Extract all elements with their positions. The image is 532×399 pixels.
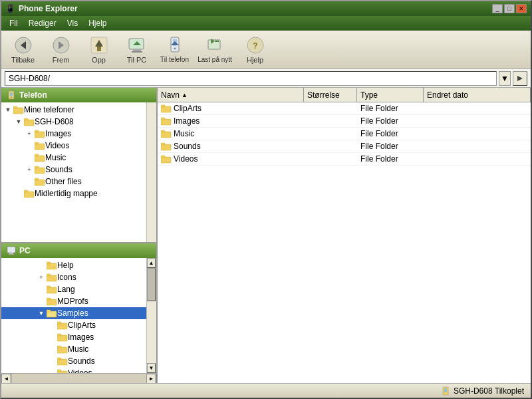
- svg-rect-37: [24, 192, 34, 198]
- menu-rediger[interactable]: Rediger: [23, 17, 62, 29]
- label-mdprofs: MDProfs: [57, 297, 88, 306]
- col-header-modified[interactable]: Endret dato: [424, 88, 531, 102]
- expand-sounds[interactable]: +: [24, 164, 35, 175]
- help-button[interactable]: ? Hjelp: [237, 33, 273, 66]
- file-folder-icon-images: [161, 116, 172, 126]
- scrollbar-up-arrow[interactable]: ▲: [147, 258, 156, 268]
- tree-item-sounds[interactable]: + Sounds: [1, 164, 146, 176]
- file-size-images: [304, 120, 357, 122]
- tree-item-mdprofs[interactable]: · MDProfs: [1, 295, 146, 307]
- expand-images[interactable]: +: [24, 128, 35, 139]
- hscroll-right-button[interactable]: ►: [146, 374, 156, 384]
- file-row-sounds[interactable]: Sounds File Folder: [158, 140, 531, 153]
- svg-rect-50: [47, 311, 57, 317]
- tree-item-mine-telefoner[interactable]: ▼ Mine telefoner: [1, 104, 146, 116]
- help-label: Hjelp: [247, 56, 263, 64]
- tree-item-cliparts-pc[interactable]: · ClipArts: [1, 319, 146, 331]
- tophone-button[interactable]: Til telefon: [156, 33, 193, 66]
- folder-icon-other: [35, 177, 45, 186]
- file-name-videos: Videos: [174, 154, 198, 164]
- pc-scroll-area: · Help +: [1, 258, 156, 373]
- tree-item-videos-pc[interactable]: · Videos: [1, 367, 146, 373]
- scrollbar-down-arrow[interactable]: ▼: [147, 363, 156, 373]
- file-row-music[interactable]: Music File Folder: [158, 128, 531, 140]
- expand-icons-pc[interactable]: +: [36, 272, 47, 283]
- file-name-images: Images: [174, 116, 200, 126]
- col-modified-label: Endret dato: [427, 90, 468, 100]
- topc-button[interactable]: Til PC: [118, 33, 155, 66]
- tree-item-videos[interactable]: · Videos: [1, 140, 146, 152]
- forward-label: Frem: [53, 56, 70, 64]
- svg-rect-25: [24, 120, 34, 126]
- menu-vis[interactable]: Vis: [62, 17, 83, 29]
- file-row-images[interactable]: Images File Folder: [158, 115, 531, 128]
- folder-icon-help-pc: [47, 261, 57, 270]
- label-help-pc: Help: [57, 261, 74, 270]
- tree-item-lang-pc[interactable]: · Lang: [1, 283, 146, 295]
- address-dropdown[interactable]: ▼: [499, 71, 511, 86]
- forward-icon: [52, 36, 70, 55]
- menu-fil[interactable]: Fil: [4, 17, 23, 29]
- tree-item-images[interactable]: + Images: [1, 128, 146, 140]
- file-folder-icon-music: [161, 129, 172, 138]
- tophone-icon: [166, 36, 184, 55]
- label-midlertidig: Midlertidig mappe: [35, 189, 98, 198]
- folder-icon-music: [35, 153, 45, 162]
- tree-item-samples[interactable]: ▼ Samples: [1, 307, 146, 319]
- file-list-header: Navn ▲ Størrelse Type Endret dato: [158, 88, 531, 102]
- status-phone-icon: [441, 386, 450, 396]
- topc-label: Til PC: [127, 56, 147, 64]
- tree-item-music-pc[interactable]: · Music: [1, 343, 146, 355]
- svg-rect-29: [35, 144, 45, 150]
- maximize-button[interactable]: □: [504, 4, 515, 13]
- up-button[interactable]: Opp: [80, 33, 117, 66]
- svg-rect-24: [13, 106, 17, 108]
- close-button[interactable]: ✕: [516, 4, 527, 13]
- expand-sgh[interactable]: ▼: [13, 116, 24, 127]
- tree-item-other[interactable]: · Other files: [1, 176, 146, 188]
- refresh-button[interactable]: Last på nytt: [194, 33, 235, 66]
- pc-tree[interactable]: · Help +: [1, 258, 146, 373]
- svg-rect-43: [47, 262, 51, 264]
- svg-point-13: [174, 48, 176, 50]
- file-row-cliparts[interactable]: ClipArts File Folder: [158, 102, 531, 115]
- expand-mine-telefoner[interactable]: ▼: [3, 104, 13, 115]
- svg-rect-8: [133, 49, 141, 51]
- svg-rect-69: [161, 130, 165, 132]
- tree-item-images-pc[interactable]: · Images: [1, 331, 146, 343]
- tree-item-icons-pc[interactable]: + Icons: [1, 271, 146, 283]
- label-music: Music: [45, 153, 66, 162]
- pc-scrollbar[interactable]: ▲ ▼: [146, 258, 156, 373]
- phone-scrollbar[interactable]: [146, 102, 156, 242]
- col-type-label: Type: [360, 90, 378, 100]
- expand-samples[interactable]: ▼: [36, 308, 47, 319]
- col-header-name[interactable]: Navn ▲: [158, 88, 304, 102]
- col-header-type[interactable]: Type: [357, 88, 424, 102]
- phone-tree[interactable]: ▼ Mine telefoner ▼: [1, 102, 146, 242]
- hscroll-left-button[interactable]: ◄: [1, 374, 11, 384]
- file-list[interactable]: ClipArts File Folder Images: [158, 102, 531, 383]
- back-icon: [14, 36, 33, 55]
- file-row-videos[interactable]: Videos File Folder: [158, 153, 531, 166]
- tree-item-sounds-pc[interactable]: · Sounds: [1, 355, 146, 367]
- tree-item-midlertidig[interactable]: · Midlertidig mappe: [1, 188, 146, 200]
- file-modified-sounds: [424, 146, 531, 147]
- scrollbar-thumb[interactable]: [147, 268, 156, 301]
- svg-rect-72: [161, 157, 171, 163]
- folder-icon-samples: [47, 309, 57, 318]
- svg-rect-57: [57, 346, 61, 348]
- tree-item-sgh[interactable]: ▼ SGH-D608: [1, 116, 146, 128]
- title-bar: 📱 Phone Explorer _ □ ✕: [1, 1, 531, 16]
- tree-item-music[interactable]: · Music: [1, 152, 146, 164]
- minimize-button[interactable]: _: [492, 4, 503, 13]
- address-go-button[interactable]: [513, 71, 527, 86]
- hscroll-track[interactable]: [11, 374, 146, 383]
- address-input[interactable]: SGH-D608/: [5, 71, 497, 86]
- tree-item-help-pc[interactable]: · Help: [1, 259, 146, 271]
- svg-rect-66: [161, 119, 171, 125]
- svg-rect-28: [35, 130, 39, 132]
- back-button[interactable]: Tilbake: [5, 33, 41, 66]
- menu-hjelp[interactable]: Hjelp: [83, 17, 112, 29]
- col-header-size[interactable]: Størrelse: [304, 88, 357, 102]
- forward-button[interactable]: Frem: [43, 33, 79, 66]
